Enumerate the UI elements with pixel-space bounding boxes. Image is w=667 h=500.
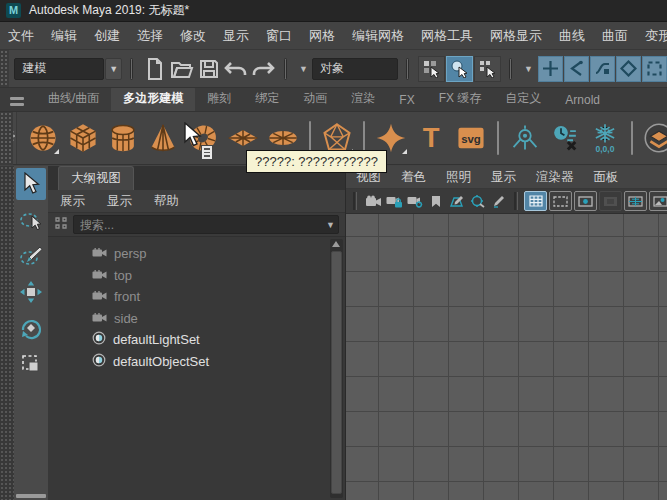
shelf-tab-9[interactable]: Arnold [553,89,612,111]
shelf-tab-0[interactable]: 曲线/曲面 [36,86,111,111]
menubar-item-11[interactable]: 曲线 [559,27,585,45]
film-gate-icon[interactable] [549,191,572,211]
menubar-item-3[interactable]: 选择 [137,27,163,45]
menubar-item-5[interactable]: 显示 [223,27,249,45]
scroll-up-icon[interactable] [332,241,340,247]
shelf-tab-2[interactable]: 雕刻 [195,86,243,111]
outliner-search-input[interactable] [73,215,339,234]
save-scene-icon[interactable] [195,56,222,82]
shelf-grip[interactable] [0,112,13,165]
snap-angle-icon[interactable] [564,56,589,82]
snap-curve-icon[interactable] [590,56,615,82]
viewport-menu-2[interactable]: 照明 [446,169,471,186]
bookmark-icon[interactable] [425,191,446,211]
menu-set-selector[interactable]: 建模 [14,58,104,80]
resolution-gate-icon[interactable] [574,191,597,211]
outliner-menu-1[interactable]: 显示 [107,193,132,210]
menubar-item-2[interactable]: 创建 [94,27,120,45]
menubar-item-6[interactable]: 窗口 [266,27,292,45]
menubar-item-12[interactable]: 曲面 [602,27,628,45]
lasso-tool-icon[interactable] [16,204,46,236]
outliner-item-defaultObjectSet[interactable]: defaultObjectSet [48,351,345,373]
select-component-icon[interactable] [474,56,501,82]
shelf-tab-3[interactable]: 绑定 [243,86,291,111]
search-dropdown-icon[interactable]: ▼ [326,220,335,230]
rgb-channels-icon[interactable] [649,191,667,211]
camera-settings-icon[interactable] [404,191,425,211]
construction-projector-icon[interactable] [506,119,544,157]
viewport-menu-1[interactable]: 着色 [401,169,426,186]
selection-mask-field[interactable]: 对象 [312,58,398,80]
maya-logo-icon: M [6,3,21,18]
snap-live-icon[interactable] [642,56,667,82]
redo-icon[interactable] [249,56,276,82]
poly-cylinder-icon[interactable] [104,119,142,157]
pan-zoom-icon[interactable] [467,191,488,211]
menubar-item-1[interactable]: 编辑 [51,27,77,45]
menubar-item-10[interactable]: 网格显示 [490,27,542,45]
menubar-item-0[interactable]: 文件 [8,27,34,45]
grid-toggle-icon[interactable] [524,191,547,211]
gate-mask-icon[interactable] [599,191,622,211]
outliner-scrollbar[interactable] [330,239,343,498]
undo-icon[interactable] [222,56,249,82]
scale-tool-icon[interactable] [16,348,46,380]
outliner-tab[interactable]: 大纲视图 [58,166,134,190]
outliner-item-top[interactable]: top [48,265,345,287]
paint-select-tool-icon[interactable] [16,240,46,272]
annotate-icon[interactable] [488,191,509,211]
outliner-item-defaultLightSet[interactable]: defaultLightSet [48,329,345,351]
snap-point-icon[interactable] [616,56,641,82]
open-scene-icon[interactable] [168,56,195,82]
select-object-icon[interactable] [446,56,473,82]
snap-move-icon[interactable] [538,56,563,82]
select-tool-icon[interactable] [16,168,46,200]
shelf-menu-icon[interactable] [4,91,30,111]
outliner-item-label: persp [114,246,147,261]
menubar-item-4[interactable]: 修改 [180,27,206,45]
shelf-tab-8[interactable]: 自定义 [493,86,553,111]
viewport-menu-3[interactable]: 显示 [491,169,516,186]
filter-icon[interactable] [54,216,68,234]
menubar-item-8[interactable]: 编辑网格 [352,27,404,45]
poly-cone-icon[interactable] [144,119,182,157]
selection-mask-arrow-icon[interactable]: ▼ [299,64,308,74]
snap-section-arrow-icon[interactable]: ▼ [524,64,533,74]
camera-icon[interactable] [362,191,383,211]
toolbox-resize-handle[interactable] [16,494,46,498]
delete-history-icon[interactable] [546,119,584,157]
outliner-item-side[interactable]: side [48,308,345,330]
menubar-item-9[interactable]: 网格工具 [421,27,473,45]
type-tool-icon[interactable]: T [412,119,450,157]
new-scene-icon[interactable] [141,56,168,82]
shelf-tab-5[interactable]: 渲染 [339,86,387,111]
scrollbar-thumb[interactable] [331,251,342,494]
field-chart-icon[interactable] [624,191,647,211]
freeze-transform-icon[interactable]: 0,0,0 [586,119,624,157]
toolbox-grip[interactable] [0,166,14,500]
shelf-tab-6[interactable]: FX [387,89,426,111]
outliner-item-persp[interactable]: persp [48,243,345,265]
select-hierarchy-icon[interactable] [418,56,445,82]
statusline-grip[interactable] [0,50,9,87]
poly-sphere-icon[interactable] [24,119,62,157]
viewport-canvas[interactable] [346,214,667,500]
image-plane-icon[interactable] [446,191,467,211]
svg-tool-icon[interactable]: svg [452,119,490,157]
outliner-item-front[interactable]: front [48,286,345,308]
menu-set-arrow-icon[interactable]: ▼ [105,58,122,80]
outliner-menu-0[interactable]: 展示 [60,193,85,210]
rotate-tool-icon[interactable] [16,312,46,344]
viewport-menu-5[interactable]: 面板 [594,169,619,186]
shelf-tab-4[interactable]: 动画 [291,86,339,111]
shelf-tab-7[interactable]: FX 缓存 [427,86,494,111]
menubar-item-7[interactable]: 网格 [309,27,335,45]
camera-lock-icon[interactable] [383,191,404,211]
poly-cube-icon[interactable] [64,119,102,157]
sweep-layers-icon[interactable] [640,119,667,157]
shelf-tab-1[interactable]: 多边形建模 [111,86,195,111]
move-tool-icon[interactable] [16,276,46,308]
viewport-menu-4[interactable]: 渲染器 [536,169,574,186]
menubar-item-13[interactable]: 变形 [645,27,667,45]
outliner-menu-2[interactable]: 帮助 [154,193,179,210]
